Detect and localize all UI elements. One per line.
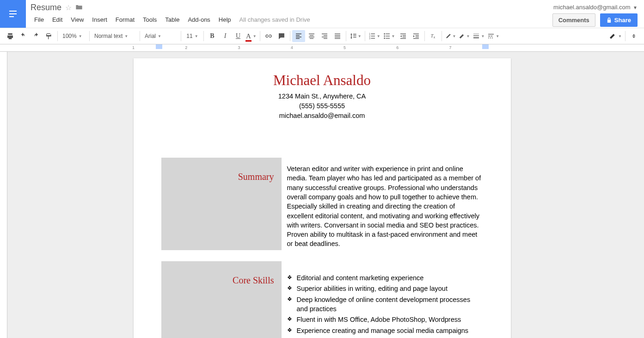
svg-point-29 — [384, 37, 385, 39]
svg-rect-47 — [488, 37, 489, 38]
menu-view[interactable]: View — [67, 14, 87, 25]
vertical-ruler[interactable] — [0, 52, 7, 338]
svg-rect-0 — [9, 11, 17, 12]
svg-rect-33 — [402, 37, 405, 37]
save-status: All changes saved in Drive — [236, 14, 314, 25]
dropdown-arrow-icon: ▼ — [124, 34, 128, 38]
paint-format-icon[interactable] — [43, 30, 55, 42]
document-title[interactable]: Resume — [31, 3, 61, 12]
right-margin-marker[interactable] — [482, 44, 489, 49]
svg-point-25 — [384, 33, 385, 35]
italic-icon[interactable]: I — [219, 30, 232, 42]
document-page[interactable]: Michael Ansaldo 1234 Main St., Anywhere,… — [134, 58, 511, 338]
border-dash-icon[interactable]: ▼ — [486, 30, 501, 42]
decrease-indent-icon[interactable] — [397, 30, 410, 42]
align-justify-icon[interactable] — [331, 30, 344, 42]
svg-rect-18 — [335, 38, 340, 39]
svg-rect-45 — [488, 36, 490, 36]
style-value: Normal text — [94, 33, 123, 39]
workspace: Michael Ansaldo 1234 Main St., Anywhere,… — [0, 52, 644, 338]
insert-link-icon[interactable] — [262, 30, 275, 42]
align-right-icon[interactable] — [318, 30, 331, 42]
expand-toolbar-icon[interactable] — [627, 30, 640, 42]
left-margin-marker[interactable] — [156, 44, 162, 49]
star-icon[interactable]: ☆ — [65, 3, 72, 12]
svg-point-27 — [384, 36, 385, 37]
svg-rect-16 — [335, 35, 340, 36]
zoom-dropdown[interactable]: 100%▼ — [60, 30, 87, 42]
bulleted-list-icon[interactable]: ▼ — [382, 30, 397, 42]
dropdown-arrow-icon: ▼ — [481, 34, 485, 38]
svg-rect-14 — [324, 38, 327, 39]
dropdown-arrow-icon: ▼ — [377, 34, 380, 38]
svg-rect-20 — [371, 34, 375, 34]
svg-rect-15 — [335, 34, 340, 34]
share-button[interactable]: Share — [600, 13, 638, 27]
dropdown-arrow-icon: ▼ — [358, 34, 362, 38]
redo-icon[interactable] — [30, 30, 43, 42]
ruler-tick: 3 — [238, 45, 240, 50]
contact-block: 1234 Main St., Anywhere, CA (555) 555-55… — [161, 92, 483, 121]
numbered-list-icon[interactable]: 123▼ — [367, 30, 382, 42]
svg-rect-13 — [322, 37, 327, 37]
svg-rect-8 — [310, 35, 313, 36]
svg-rect-12 — [324, 35, 327, 36]
menu-edit[interactable]: Edit — [49, 14, 66, 25]
ruler-tick: 5 — [343, 45, 346, 50]
user-account[interactable]: michael.ansaldo@gmail.com ▼ — [553, 4, 638, 11]
svg-rect-31 — [400, 34, 406, 34]
summary-body: Veteran editor and writer with experienc… — [287, 158, 483, 250]
dropdown-arrow-icon: ▼ — [496, 34, 499, 38]
svg-rect-3 — [296, 34, 301, 34]
list-item: Editorial and content marketing experien… — [287, 273, 483, 283]
line-spacing-icon[interactable]: ▼ — [348, 30, 363, 42]
title-area: Resume ☆ File Edit View Insert Format To… — [26, 0, 552, 25]
border-color-icon[interactable]: ▼ — [457, 30, 471, 42]
text-color-icon[interactable]: A▼ — [245, 30, 258, 42]
menu-help[interactable]: Help — [215, 14, 235, 25]
font-size-dropdown[interactable]: 11▼ — [183, 30, 202, 42]
svg-rect-4 — [296, 35, 300, 36]
horizontal-ruler[interactable]: 1 2 3 4 5 6 7 — [0, 44, 644, 52]
bold-icon[interactable]: B — [206, 30, 219, 42]
svg-rect-32 — [402, 35, 405, 36]
ruler-tick: 4 — [291, 45, 293, 50]
folder-icon[interactable] — [75, 4, 83, 12]
section-summary: Summary Veteran editor and writer with e… — [161, 158, 483, 250]
svg-rect-10 — [310, 38, 313, 39]
undo-icon[interactable] — [17, 30, 30, 42]
insert-comment-icon[interactable] — [275, 30, 288, 42]
menu-format[interactable]: Format — [112, 14, 138, 25]
print-icon[interactable] — [4, 30, 17, 42]
ruler-tick: 2 — [185, 45, 187, 50]
menu-tools[interactable]: Tools — [139, 14, 160, 25]
styles-dropdown[interactable]: Normal text▼ — [92, 30, 138, 42]
account-dropdown-icon: ▼ — [633, 5, 638, 10]
align-left-icon[interactable] — [292, 30, 305, 42]
svg-rect-17 — [335, 37, 340, 37]
svg-rect-24 — [371, 38, 375, 38]
increase-indent-icon[interactable] — [410, 30, 423, 42]
core-skills-body: Editorial and content marketing experien… — [287, 261, 483, 338]
app-header: Resume ☆ File Edit View Insert Format To… — [0, 0, 644, 28]
skills-list: Editorial and content marketing experien… — [287, 268, 483, 335]
comments-button[interactable]: Comments — [552, 13, 595, 27]
border-width-icon[interactable]: ▼ — [471, 30, 486, 42]
dropdown-arrow-icon: ▼ — [158, 34, 161, 38]
menu-table[interactable]: Table — [161, 14, 183, 25]
editing-mode-icon[interactable]: ▼ — [607, 30, 623, 42]
svg-rect-2 — [9, 16, 14, 17]
menu-addons[interactable]: Add-ons — [184, 14, 214, 25]
clear-formatting-icon[interactable]: Tx — [427, 30, 440, 42]
align-center-icon[interactable] — [305, 30, 318, 42]
highlight-color-icon[interactable]: ▼ — [444, 30, 458, 42]
ruler-tick: 6 — [396, 45, 399, 50]
menu-insert[interactable]: Insert — [88, 14, 111, 25]
svg-rect-6 — [296, 38, 300, 39]
underline-icon[interactable]: U — [232, 30, 245, 42]
font-dropdown[interactable]: Arial▼ — [142, 30, 179, 42]
docs-app-icon[interactable] — [0, 0, 26, 28]
svg-rect-35 — [413, 34, 419, 34]
menu-file[interactable]: File — [31, 14, 48, 25]
user-email: michael.ansaldo@gmail.com — [553, 4, 630, 11]
